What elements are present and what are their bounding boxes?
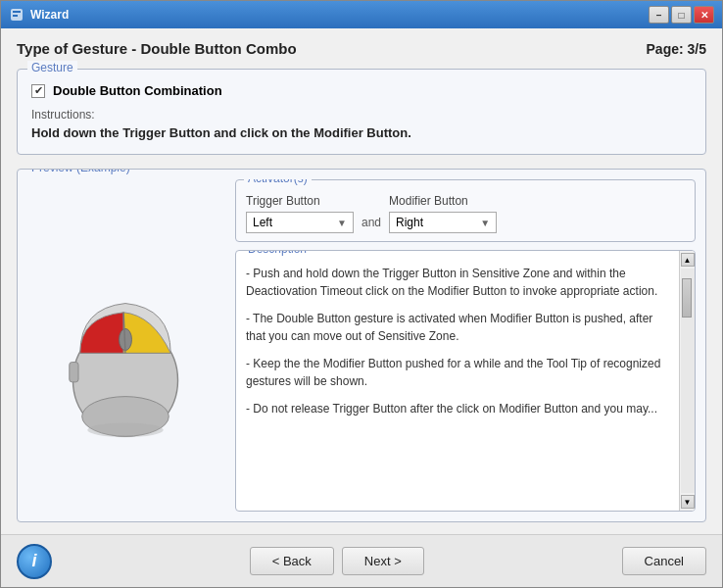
title-bar: Wizard – □ ✕	[1, 1, 722, 28]
window-controls: – □ ✕	[649, 6, 714, 24]
activators-row: Trigger Button Left ▼ and Modifier Butto…	[246, 194, 685, 233]
trigger-value: Left	[253, 216, 272, 229]
back-button[interactable]: < Back	[250, 547, 334, 575]
svg-point-7	[87, 422, 164, 437]
description-label: Description	[244, 250, 311, 256]
description-para-3: - Keep the the Modifier Button pushed fo…	[246, 355, 669, 390]
window-icon	[9, 7, 24, 23]
modifier-dropdown-arrow: ▼	[480, 218, 490, 228]
bottom-bar: i < Back Next > Cancel	[1, 534, 722, 587]
modifier-col: Modifier Button Right ▼	[389, 194, 497, 233]
trigger-select[interactable]: Left ▼	[246, 212, 354, 233]
double-button-checkbox[interactable]: ✔	[31, 84, 45, 98]
page-title: Type of Gesture - Double Button Combo	[17, 40, 297, 57]
svg-rect-1	[13, 11, 21, 13]
right-panel: Activator(s) Trigger Button Left ▼ and M…	[235, 179, 696, 512]
and-separator: and	[362, 198, 381, 229]
modifier-button-label: Modifier Button	[389, 194, 497, 208]
gesture-section-label: Gesture	[27, 61, 77, 74]
trigger-dropdown-arrow: ▼	[337, 218, 347, 228]
window-title: Wizard	[30, 8, 649, 22]
activators-box: Activator(s) Trigger Button Left ▼ and M…	[235, 179, 696, 242]
description-box: Description - Push and hold down the Tri…	[235, 250, 696, 512]
next-button[interactable]: Next >	[342, 547, 424, 575]
svg-rect-5	[70, 362, 78, 381]
description-para-2: - The Double Button gesture is activated…	[246, 310, 669, 345]
content-area: Type of Gesture - Double Button Combo Pa…	[1, 28, 722, 534]
scrollbar-thumb[interactable]	[682, 278, 692, 318]
checkmark-icon: ✔	[34, 84, 43, 97]
wizard-window: Wizard – □ ✕ Type of Gesture - Double Bu…	[0, 0, 723, 588]
navigation-buttons: < Back Next >	[52, 547, 622, 575]
modifier-value: Right	[396, 216, 423, 229]
checkbox-row: ✔ Double Button Combination	[31, 83, 692, 98]
description-scrollbar[interactable]: ▲ ▼	[679, 251, 695, 511]
modifier-select[interactable]: Right ▼	[389, 212, 497, 233]
instructions-text: Hold down the Trigger Button and click o…	[31, 125, 692, 140]
trigger-button-label: Trigger Button	[246, 194, 354, 208]
scrollbar-track[interactable]	[681, 269, 695, 493]
trigger-col: Trigger Button Left ▼	[246, 194, 354, 233]
page-header: Type of Gesture - Double Button Combo Pa…	[17, 40, 706, 57]
gesture-section: Gesture ✔ Double Button Combination Inst…	[17, 69, 706, 155]
preview-section-label: Preview (Example)	[27, 169, 134, 174]
description-para-4: - Do not release Trigger Button after th…	[246, 400, 669, 417]
scrollbar-down-button[interactable]: ▼	[681, 495, 695, 509]
description-para-1: - Push and hold down the Trigger Button …	[246, 265, 669, 300]
mouse-illustration	[27, 179, 223, 512]
restore-button[interactable]: □	[671, 6, 692, 24]
minimize-button[interactable]: –	[649, 6, 669, 24]
cancel-button[interactable]: Cancel	[622, 547, 706, 575]
description-content: - Push and hold down the Trigger Button …	[236, 251, 679, 511]
svg-rect-2	[13, 15, 18, 17]
instructions-label: Instructions:	[31, 108, 692, 122]
activators-label: Activator(s)	[244, 179, 312, 185]
preview-section: Preview (Example)	[17, 169, 706, 522]
checkbox-label: Double Button Combination	[53, 83, 222, 98]
info-button[interactable]: i	[17, 544, 52, 579]
page-number: Page: 3/5	[647, 41, 706, 57]
close-button[interactable]: ✕	[694, 6, 714, 24]
scrollbar-up-button[interactable]: ▲	[681, 253, 695, 267]
